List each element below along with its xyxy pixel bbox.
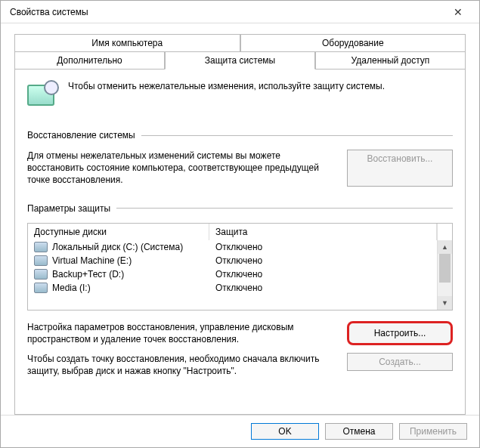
- drive-icon: [34, 255, 48, 266]
- drive-name: Backup+Тест (D:): [52, 269, 215, 280]
- configure-button[interactable]: Настроить...: [347, 321, 453, 345]
- header-scrollbar-spacer: [437, 224, 452, 240]
- drive-name: Media (I:): [52, 283, 215, 293]
- restore-description: Для отмены нежелательных изменений систе…: [27, 150, 336, 187]
- drive-name: Локальный диск (C:) (Система): [52, 242, 215, 252]
- tab-hardware[interactable]: Оборудование: [240, 34, 466, 51]
- divider: [141, 135, 453, 136]
- apply-button[interactable]: Применить: [399, 423, 467, 440]
- divider: [116, 208, 453, 209]
- column-protection[interactable]: Защита: [209, 224, 437, 240]
- drives-listbox: Доступные диски Защита Локальный диск (C…: [27, 223, 453, 311]
- tab-panel: Чтобы отменить нежелательные изменения, …: [14, 70, 466, 415]
- system-protection-icon: [27, 80, 59, 112]
- section-restore-title: Восстановление системы: [27, 130, 135, 141]
- cancel-button[interactable]: Отмена: [325, 423, 393, 440]
- drive-icon: [34, 242, 48, 252]
- drive-protection: Отключено: [215, 283, 446, 293]
- tab-advanced[interactable]: Дополнительно: [14, 51, 165, 70]
- footer-buttons: OK Отмена Применить: [1, 415, 479, 447]
- ok-button[interactable]: OK: [251, 423, 319, 440]
- scroll-thumb[interactable]: [439, 254, 451, 283]
- configure-description: Настройка параметров восстановления, упр…: [27, 321, 336, 345]
- window-title: Свойства системы: [7, 7, 443, 17]
- create-button[interactable]: Создать...: [347, 353, 453, 371]
- drive-protection: Отключено: [215, 242, 446, 252]
- column-drives[interactable]: Доступные диски: [28, 224, 209, 240]
- configure-row: Настройка параметров восстановления, упр…: [27, 321, 453, 345]
- intro-section: Чтобы отменить нежелательные изменения, …: [27, 80, 453, 112]
- section-params-title: Параметры защиты: [27, 203, 110, 214]
- drive-protection: Отключено: [215, 269, 446, 280]
- content-area: Имя компьютера Оборудование Дополнительн…: [1, 23, 479, 415]
- close-button[interactable]: ✕: [443, 6, 473, 18]
- drives-header: Доступные диски Защита: [28, 224, 452, 240]
- drive-protection: Отключено: [215, 255, 446, 266]
- tab-row-top: Имя компьютера Оборудование: [14, 34, 466, 51]
- drive-icon: [34, 269, 48, 280]
- scroll-up-icon[interactable]: ▲: [438, 240, 452, 254]
- table-row[interactable]: Backup+Тест (D:)Отключено: [28, 267, 452, 281]
- scrollbar[interactable]: ▲ ▼: [437, 240, 452, 310]
- restore-row: Для отмены нежелательных изменений систе…: [27, 150, 453, 187]
- create-description: Чтобы создать точку восстановления, необ…: [27, 353, 336, 377]
- tab-row-bottom: Дополнительно Защита системы Удаленный д…: [14, 51, 466, 70]
- intro-text: Чтобы отменить нежелательные изменения, …: [68, 80, 385, 112]
- table-row[interactable]: Media (I:)Отключено: [28, 281, 452, 295]
- tab-computer-name[interactable]: Имя компьютера: [14, 34, 240, 51]
- drives-body: Локальный диск (C:) (Система)ОтключеноVi…: [28, 240, 452, 310]
- system-properties-window: Свойства системы ✕ Имя компьютера Оборуд…: [0, 0, 480, 448]
- section-restore-header: Восстановление системы: [27, 130, 453, 141]
- scroll-down-icon[interactable]: ▼: [438, 296, 452, 310]
- tab-remote-access[interactable]: Удаленный доступ: [315, 51, 466, 70]
- restore-button[interactable]: Восстановить...: [347, 150, 453, 187]
- titlebar: Свойства системы ✕: [1, 1, 479, 23]
- tab-system-protection[interactable]: Защита системы: [165, 51, 315, 70]
- drive-icon: [34, 283, 48, 293]
- table-row[interactable]: Virtual Machine (E:)Отключено: [28, 254, 452, 267]
- create-row: Чтобы создать точку восстановления, необ…: [27, 353, 453, 377]
- table-row[interactable]: Локальный диск (C:) (Система)Отключено: [28, 240, 452, 254]
- section-params-header: Параметры защиты: [27, 203, 453, 214]
- drive-name: Virtual Machine (E:): [52, 255, 215, 266]
